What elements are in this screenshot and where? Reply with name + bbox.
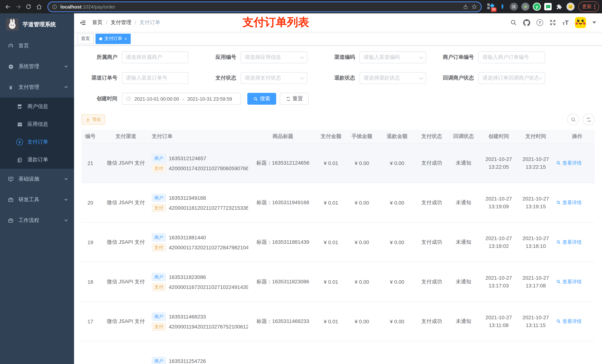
filter-merchant-order-no-input[interactable]: 请输入商户订单编号 xyxy=(478,52,545,63)
sidebar-item-merchant-info[interactable]: 商户信息 xyxy=(0,98,74,115)
pay-order-line: 支付4200001181202110277723215336 xyxy=(152,204,246,212)
merchant-tag: 商户 xyxy=(152,357,166,364)
paid-time: 13:19:15 xyxy=(521,203,550,210)
view-detail-link[interactable]: 查看详情 xyxy=(556,239,582,246)
caret-down-icon[interactable] xyxy=(592,21,596,24)
user-avatar[interactable] xyxy=(575,17,586,28)
table-body: 21微信 JSAPI 支付商户1635312124657支付4200001174… xyxy=(81,143,595,364)
reset-button[interactable]: 重置 xyxy=(280,93,309,105)
cell-channel: 微信 JSAPI 支付 xyxy=(104,262,148,302)
sidebar-collapse-icon[interactable] xyxy=(79,19,86,26)
merchant-order-no: 1635311823086 xyxy=(169,274,206,280)
table-row-partial: 商户1635311254726 xyxy=(81,341,595,364)
cell-order: 商户1635311881440支付42000011732021102728479… xyxy=(148,222,248,262)
merchant-tag: 商户 xyxy=(152,154,166,162)
view-detail-link[interactable]: 查看详情 xyxy=(556,318,582,325)
extension-dot-icon[interactable] xyxy=(521,3,529,11)
filter-refund-status-select[interactable]: 请选择退款状态 xyxy=(359,72,426,84)
merchant-order-line: 商户1635311949168 xyxy=(152,194,246,202)
filter-label-channel-code: 渠道编码 xyxy=(319,54,359,61)
browser-menu-icon[interactable] xyxy=(594,4,595,9)
share-icon[interactable] xyxy=(463,4,468,10)
home-icon[interactable] xyxy=(34,2,44,11)
toggle-search-icon[interactable] xyxy=(567,114,579,125)
cell-paid: 2021-10-2713:19:15 xyxy=(519,183,552,222)
chrome-update-button[interactable]: 更新 xyxy=(578,1,599,12)
cell-amount: ¥ 0.01 xyxy=(318,183,344,222)
topbar-actions: ? TT xyxy=(510,17,596,28)
yen-circle-icon: ¥ xyxy=(16,139,23,145)
col-header-notify: 回调状态 xyxy=(449,130,478,143)
command-glyph: ⌘ xyxy=(511,4,516,10)
paid-date: 2021-10-27 xyxy=(521,195,550,203)
refresh-icon[interactable] xyxy=(583,114,595,125)
sidebar-item-label: 系统管理 xyxy=(19,63,39,70)
site-info-icon[interactable] xyxy=(52,4,57,10)
placeholder-text: 请选择应用信息 xyxy=(245,54,281,61)
view-detail-label: 查看详情 xyxy=(562,318,582,325)
extension-vue-devtools-icon[interactable]: 10 xyxy=(487,3,495,11)
sidebar: 芋道管理系统 首页 系统管理 ¥ 支付管理 商户信息 xyxy=(0,13,74,364)
bookmark-star-icon[interactable] xyxy=(471,4,477,10)
close-icon[interactable]: × xyxy=(124,36,127,41)
date-range-picker[interactable]: 2021-10-01 00:00:00 - 2021-10-31 23:59:5… xyxy=(122,93,241,105)
filter-channel-order-no-input[interactable]: 请输入渠道订单号 xyxy=(122,72,188,84)
font-size-icon[interactable]: TT xyxy=(562,20,569,26)
sidebar-item-workflow[interactable]: 工作流程 xyxy=(0,210,74,231)
cell-title: 标题：1635311949168 xyxy=(248,183,318,222)
gear-icon xyxy=(7,64,14,69)
view-detail-link[interactable]: 查看详情 xyxy=(556,160,582,166)
search-button[interactable]: 搜索 xyxy=(247,93,276,105)
view-detail-link[interactable]: 查看详情 xyxy=(556,279,582,285)
github-icon[interactable] xyxy=(523,19,530,26)
filter-pay-status-select[interactable]: 请选择支付状态 xyxy=(241,72,307,84)
cell-paid: 2021-10-2713:11:15 xyxy=(519,302,552,341)
table-header-row: 编号支付渠道支付订单商品标题支付金额手续金额退款金额支付状态回调状态创建时间支付… xyxy=(81,130,595,143)
tab-pay-order[interactable]: 支付订单 × xyxy=(96,33,131,44)
export-button[interactable]: 导出 xyxy=(81,114,105,125)
sidebar-item-system[interactable]: 系统管理 xyxy=(0,56,74,77)
cell-action: 查看详情 xyxy=(552,183,595,222)
filter-notify-status-select[interactable]: 请选择订单回调商户状态 xyxy=(478,72,545,84)
help-icon[interactable]: ? xyxy=(537,19,543,26)
reload-icon[interactable] xyxy=(24,2,33,11)
forward-icon[interactable] xyxy=(13,2,23,11)
tags-view-bar: 首页 支付订单 × xyxy=(74,32,602,45)
fullscreen-icon[interactable] xyxy=(549,19,556,26)
main-content: 所属商户请选择所属商户应用编号请选择应用信息渠道编码请输入渠道编码商户订单编号请… xyxy=(74,45,602,364)
url-host: localhost xyxy=(60,4,81,10)
filter-row-3: 创建时间 2021-10-01 00:00:00 - 2021-10-31 23… xyxy=(81,93,595,105)
chevron-down-icon xyxy=(64,218,68,223)
chevron-down-icon xyxy=(64,64,68,70)
cell-notify: 未通知 xyxy=(449,302,478,341)
sidebar-item-pay-order[interactable]: ¥ 支付订单 xyxy=(0,133,74,151)
extension-y-icon[interactable]: y xyxy=(533,3,541,11)
extension-balloon-icon[interactable] xyxy=(498,3,506,11)
sidebar-item-infra[interactable]: 基础设施 xyxy=(0,169,74,189)
sidebar-item-app-info[interactable]: 应用信息 xyxy=(0,115,74,133)
filter-label-notify-status: 回调商户状态 xyxy=(438,75,478,81)
view-detail-link[interactable]: 查看详情 xyxy=(556,199,582,206)
extensions-puzzle-icon[interactable] xyxy=(555,3,563,11)
sidebar-item-payment[interactable]: ¥ 支付管理 xyxy=(0,77,74,98)
sidebar-item-refund-order[interactable]: 退款订单 xyxy=(0,151,74,169)
extension-chat-icon[interactable] xyxy=(544,3,552,10)
payment-submenu: 商户信息 应用信息 ¥ 支付订单 退款订单 xyxy=(0,98,74,169)
filter-channel-code-select[interactable]: 请输入渠道编码 xyxy=(359,52,426,63)
address-bar[interactable]: localhost:1024/pay/order xyxy=(47,1,482,12)
tab-home[interactable]: 首页 xyxy=(77,33,94,44)
extension-command-icon[interactable]: ⌘ xyxy=(510,3,518,11)
sidebar-item-home[interactable]: 首页 xyxy=(0,35,74,56)
y-glyph: y xyxy=(534,3,540,10)
filter-label-refund-status: 退款状态 xyxy=(319,75,359,81)
sidebar-item-label: 工作流程 xyxy=(19,217,39,224)
search-icon[interactable] xyxy=(510,19,517,26)
filter-app-id-select[interactable]: 请选择应用信息 xyxy=(241,52,307,63)
breadcrumb-current: 支付订单 xyxy=(140,19,160,26)
back-icon[interactable] xyxy=(3,2,13,11)
sidebar-item-dev-tools[interactable]: 研发工具 xyxy=(0,189,74,210)
breadcrumb-home[interactable]: 首页 xyxy=(92,19,103,26)
orders-table: 编号支付渠道支付订单商品标题支付金额手续金额退款金额支付状态回调状态创建时间支付… xyxy=(81,130,595,364)
profile-emoji-icon[interactable] xyxy=(567,3,575,11)
filter-merchant-input[interactable]: 请选择所属商户 xyxy=(122,52,188,63)
